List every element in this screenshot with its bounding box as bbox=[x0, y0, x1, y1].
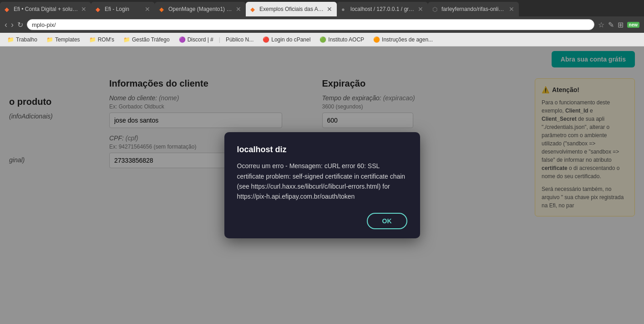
modal-footer: OK bbox=[237, 213, 407, 229]
extensions-icon[interactable]: ⊞ bbox=[618, 21, 624, 29]
bookmark-cpanel-label: Login do cPanel bbox=[271, 36, 310, 43]
tab5-close[interactable]: ✕ bbox=[418, 5, 423, 13]
address-bar: ‹ › ↻ ☆ ✎ ⊞ new bbox=[0, 16, 644, 33]
address-input[interactable] bbox=[27, 19, 594, 30]
bookmark-instrucoes-label: Instruções de agen... bbox=[382, 36, 433, 43]
tab-3[interactable]: ◆ OpenMage (Magento1) | Docu... ✕ bbox=[155, 2, 246, 16]
bookmark-trabalho[interactable]: 📁 Trabalho bbox=[4, 36, 41, 44]
page-content: Abra sua conta grátis o produto (infoAdi… bbox=[0, 46, 644, 324]
tab2-title: Efi - Login bbox=[105, 6, 142, 12]
tab-2[interactable]: ◆ Efi - Login ✕ bbox=[91, 2, 155, 16]
tab4-close[interactable]: ✕ bbox=[327, 5, 332, 13]
alert-dialog: localhost diz Ocorreu um erro - Mensagem… bbox=[224, 132, 420, 238]
bookmark-aocp-label: Instituto AOCP bbox=[328, 36, 364, 43]
tab6-title: farleyfernando/rifas-online: rifa... bbox=[441, 6, 506, 12]
tab5-title: localhost / 127.0.0.1 / graninha... bbox=[350, 6, 415, 12]
tab-1[interactable]: ◆ Efi • Conta Digital + soluções d ✕ bbox=[0, 2, 91, 16]
modal-title: localhost diz bbox=[237, 145, 407, 154]
bookmark-star-icon[interactable]: ☆ bbox=[598, 21, 604, 29]
bookmark-gestao-icon: 📁 bbox=[123, 36, 130, 43]
bookmark-publico-label: Público N... bbox=[226, 36, 254, 43]
back-button[interactable]: ‹ bbox=[5, 20, 7, 30]
modal-backdrop: localhost diz Ocorreu um erro - Mensagem… bbox=[0, 46, 644, 324]
bookmarks-bar: 📁 Trabalho 📁 Templates 📁 ROM's 📁 Gestão … bbox=[0, 33, 644, 46]
bookmark-roms-icon: 📁 bbox=[89, 36, 96, 43]
bookmark-discord-label: Discord | # bbox=[188, 36, 213, 43]
tab6-favicon: ⬡ bbox=[432, 6, 439, 12]
bookmark-discord[interactable]: 🟣 Discord | # bbox=[175, 36, 217, 44]
bookmark-instrucoes[interactable]: 🟠 Instruções de agen... bbox=[370, 36, 436, 44]
tab3-title: OpenMage (Magento1) | Docu... bbox=[168, 6, 233, 12]
bookmark-gestao-label: Gestão Tráfego bbox=[132, 36, 170, 43]
reload-button[interactable]: ↻ bbox=[17, 21, 23, 29]
bookmark-templates-icon: 📁 bbox=[46, 36, 53, 43]
bookmark-roms-label: ROM's bbox=[98, 36, 114, 43]
bookmark-templates[interactable]: 📁 Templates bbox=[43, 36, 84, 44]
tab5-favicon: ● bbox=[341, 6, 348, 12]
modal-body: Ocorreu um erro - Mensagem: cURL error 6… bbox=[237, 161, 407, 202]
tab4-title: Exemplos Oficiais das APIs Efi bbox=[259, 6, 324, 12]
bookmark-trabalho-icon: 📁 bbox=[7, 36, 14, 43]
tab2-favicon: ◆ bbox=[96, 6, 102, 12]
bookmark-roms[interactable]: 📁 ROM's bbox=[86, 36, 118, 44]
bookmark-trabalho-label: Trabalho bbox=[16, 36, 37, 43]
tab1-close[interactable]: ✕ bbox=[81, 5, 86, 13]
tab1-title: Efi • Conta Digital + soluções d bbox=[14, 6, 78, 12]
modal-ok-button[interactable]: OK bbox=[367, 213, 407, 229]
bookmark-aocp-icon: 🟢 bbox=[319, 36, 326, 43]
tab-6[interactable]: ⬡ farleyfernando/rifas-online: rifa... ✕ bbox=[428, 2, 519, 16]
bookmark-templates-label: Templates bbox=[55, 36, 80, 43]
forward-button[interactable]: › bbox=[11, 20, 14, 30]
tab3-favicon: ◆ bbox=[159, 6, 166, 12]
bookmark-cpanel[interactable]: 🔴 Login do cPanel bbox=[259, 36, 314, 44]
tab-bar: ◆ Efi • Conta Digital + soluções d ✕ ◆ E… bbox=[0, 0, 644, 16]
tab4-favicon: ◆ bbox=[250, 6, 257, 12]
bookmark-aocp[interactable]: 🟢 Instituto AOCP bbox=[316, 36, 368, 44]
bookmark-instrucoes-icon: 🟠 bbox=[373, 36, 380, 43]
bookmark-publico[interactable]: Público N... bbox=[222, 36, 257, 44]
new-badge: new bbox=[627, 22, 639, 28]
bookmark-discord-icon: 🟣 bbox=[179, 36, 186, 43]
bookmark-cpanel-icon: 🔴 bbox=[263, 36, 269, 43]
tab-5[interactable]: ● localhost / 127.0.0.1 / graninha... ✕ bbox=[337, 2, 428, 16]
bookmark-gestao[interactable]: 📁 Gestão Tráfego bbox=[120, 36, 173, 44]
tab-4[interactable]: ◆ Exemplos Oficiais das APIs Efi ✕ bbox=[246, 2, 337, 16]
edit-icon[interactable]: ✎ bbox=[608, 21, 614, 29]
tab3-close[interactable]: ✕ bbox=[236, 5, 241, 13]
tab2-close[interactable]: ✕ bbox=[145, 5, 150, 13]
tab6-close[interactable]: ✕ bbox=[509, 5, 514, 13]
tab1-favicon: ◆ bbox=[5, 6, 11, 12]
bookmark-separator: | bbox=[219, 36, 220, 43]
